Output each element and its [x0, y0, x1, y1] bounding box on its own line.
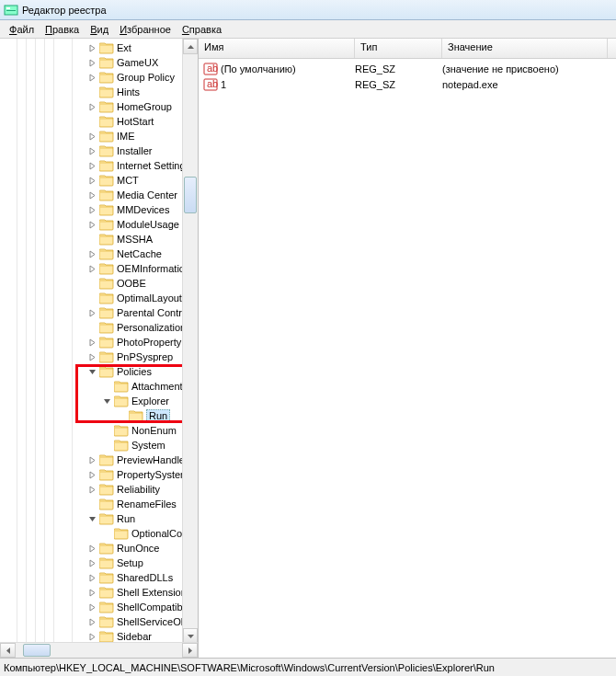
hscroll-thumb[interactable] — [23, 644, 51, 657]
chevron-right-icon[interactable] — [87, 558, 97, 568]
tree-item-label: Ext — [117, 42, 131, 53]
menu-help[interactable]: Справка — [177, 22, 227, 37]
tree-item[interactable]: ShellServiceObjectDelay — [0, 614, 198, 629]
folder-icon — [99, 498, 114, 510]
tree-item[interactable]: PhotoPropertyHandler — [0, 335, 198, 349]
tree-item-label: HomeGroup — [117, 101, 172, 112]
chevron-right-icon[interactable] — [87, 470, 97, 480]
tree-item[interactable]: Run — [0, 511, 198, 526]
tree-item[interactable]: ShellCompatibility — [0, 600, 198, 614]
tree-item[interactable]: System — [0, 438, 198, 453]
scroll-thumb[interactable] — [184, 177, 197, 213]
tree-item[interactable]: Media Center — [0, 188, 198, 202]
chevron-right-icon[interactable] — [87, 602, 97, 613]
tree-item[interactable]: OOBE — [0, 276, 198, 291]
tree-item[interactable]: MMDevices — [0, 202, 198, 217]
chevron-right-icon[interactable] — [87, 205, 97, 215]
tree-item[interactable]: Reliability — [0, 482, 198, 497]
tree-item[interactable]: NetCache — [0, 246, 198, 261]
menu-view[interactable]: Вид — [85, 22, 114, 37]
menu-file[interactable]: Файл — [4, 22, 40, 37]
value-data: (значение не присвоено) — [442, 63, 608, 74]
tree-item[interactable]: Policies — [0, 364, 198, 379]
tree-item[interactable]: Shell Extensions — [0, 585, 198, 600]
chevron-right-icon[interactable] — [87, 455, 97, 465]
chevron-right-icon[interactable] — [87, 617, 97, 627]
tree-item[interactable]: Attachments — [0, 379, 198, 394]
tree-item[interactable]: GameUX — [0, 55, 198, 70]
chevron-right-icon[interactable] — [87, 73, 97, 83]
tree-item[interactable]: Ext — [0, 40, 198, 55]
chevron-right-icon[interactable] — [87, 58, 97, 68]
tree-item[interactable]: IME — [0, 129, 198, 143]
chevron-right-icon[interactable] — [87, 485, 97, 495]
tree-item[interactable]: OptionalComponent — [0, 526, 198, 541]
tree-item[interactable]: ModuleUsage — [0, 217, 198, 232]
tree-item[interactable]: Explorer — [0, 394, 198, 408]
tree-item[interactable]: HomeGroup — [0, 99, 198, 114]
tree-hscroll[interactable] — [0, 642, 198, 658]
chevron-right-icon[interactable] — [87, 352, 97, 362]
chevron-right-icon[interactable] — [87, 632, 97, 642]
column-headers: Имя Тип Значение — [199, 39, 616, 59]
scroll-left-icon[interactable] — [0, 643, 16, 658]
chevron-down-icon[interactable] — [87, 514, 97, 524]
chevron-right-icon[interactable] — [87, 161, 97, 171]
tree-item[interactable]: NonEnum — [0, 423, 198, 438]
chevron-right-icon[interactable] — [87, 264, 97, 274]
value-row[interactable]: ab1REG_SZnotepad.exe — [199, 76, 616, 92]
col-value[interactable]: Значение — [442, 39, 608, 58]
tree-item[interactable]: Personalization — [0, 320, 198, 335]
tree-item[interactable]: RenameFiles — [0, 497, 198, 511]
tree-item[interactable]: MCT — [0, 173, 198, 188]
chevron-right-icon[interactable] — [87, 573, 97, 583]
menu-edit[interactable]: Правка — [40, 22, 85, 37]
chevron-right-icon[interactable] — [87, 308, 97, 318]
tree-item[interactable]: OptimalLayout — [0, 291, 198, 305]
tree-item[interactable]: Group Policy — [0, 70, 198, 85]
chevron-right-icon[interactable] — [87, 588, 97, 598]
chevron-right-icon[interactable] — [87, 338, 97, 348]
tree-item[interactable]: OEMInformation — [0, 261, 198, 276]
col-type[interactable]: Тип — [355, 39, 442, 58]
chevron-right-icon[interactable] — [87, 132, 97, 142]
tree-item[interactable]: PreviewHandlers — [0, 453, 198, 467]
chevron-right-icon[interactable] — [87, 102, 97, 112]
chevron-down-icon[interactable] — [102, 396, 112, 407]
folder-icon — [114, 395, 129, 407]
tree-item[interactable]: PropertySystem — [0, 467, 198, 482]
expander-none — [87, 235, 97, 245]
tree-item[interactable]: Hints — [0, 85, 198, 99]
col-name[interactable]: Имя — [199, 39, 355, 58]
chevron-right-icon[interactable] — [87, 43, 97, 53]
value-row[interactable]: ab(По умолчанию)REG_SZ(значение не присв… — [199, 61, 616, 76]
chevron-right-icon[interactable] — [87, 544, 97, 554]
scroll-right-icon[interactable] — [182, 643, 198, 658]
tree-item[interactable]: PnPSysprep — [0, 349, 198, 364]
tree-item[interactable]: RunOnce — [0, 541, 198, 556]
tree-item-label: IME — [117, 131, 135, 142]
tree-item[interactable]: Setup — [0, 556, 198, 570]
chevron-right-icon[interactable] — [87, 176, 97, 186]
tree-vscroll[interactable] — [182, 39, 198, 644]
tree-item[interactable]: Installer — [0, 143, 198, 158]
tree-item[interactable]: Run — [0, 408, 198, 423]
expander-none — [117, 411, 127, 421]
chevron-right-icon[interactable] — [87, 146, 97, 156]
chevron-right-icon[interactable] — [87, 190, 97, 201]
tree-item[interactable]: Internet Settings — [0, 158, 198, 173]
tree-item[interactable]: HotStart — [0, 114, 198, 129]
tree-item-label: ModuleUsage — [117, 219, 179, 230]
scroll-up-icon[interactable] — [183, 39, 198, 54]
tree-item-label: HotStart — [117, 116, 154, 127]
chevron-right-icon[interactable] — [87, 249, 97, 259]
chevron-right-icon[interactable] — [87, 220, 97, 230]
expander-none — [102, 426, 112, 436]
chevron-down-icon[interactable] — [87, 367, 97, 377]
tree-item[interactable]: Parental Controls — [0, 305, 198, 320]
tree-item[interactable]: SharedDLLs — [0, 570, 198, 585]
tree-item[interactable]: MSSHA — [0, 232, 198, 246]
tree-item-label: Installer — [117, 145, 153, 156]
menu-favorites[interactable]: Избранное — [114, 22, 177, 37]
folder-icon — [99, 100, 114, 113]
